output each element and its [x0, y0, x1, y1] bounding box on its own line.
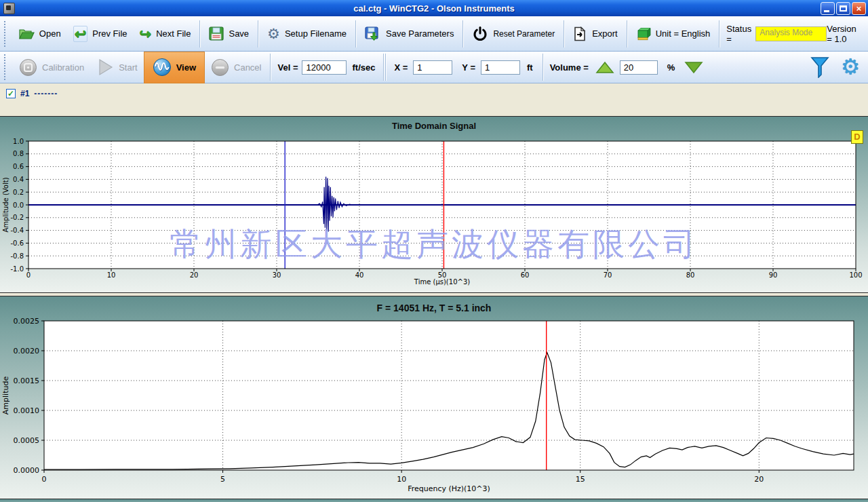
channel-legend-dashes: ------- — [34, 89, 58, 98]
save-parameters-button[interactable]: Save Parameters — [359, 24, 460, 44]
maximize-button[interactable] — [836, 2, 850, 15]
view-button[interactable]: View — [144, 52, 205, 83]
xy-unit: ft — [520, 62, 540, 73]
toolbar-grip[interactable] — [4, 54, 7, 80]
start-label: Start — [119, 63, 137, 72]
vel-label: Vel = — [273, 62, 302, 73]
svg-text:-0.6: -0.6 — [10, 239, 24, 247]
next-file-icon: ↪ — [140, 27, 152, 41]
next-file-label: Next File — [156, 29, 191, 38]
next-file-button[interactable]: ↪ Next File — [134, 24, 197, 43]
unit-button[interactable]: Unit = English — [630, 24, 717, 43]
titlebar: cal.ctg - WinCTG2 - Olson Instruments × — [0, 0, 868, 16]
app-window: { "window": { "title": "cal.ctg - WinCTG… — [0, 0, 868, 502]
bottom-panel-edge — [0, 499, 868, 502]
open-label: Open — [39, 29, 61, 38]
svg-text:Amplitude (Volt): Amplitude (Volt) — [2, 177, 9, 232]
setup-filename-gear-icon: ⚙ — [267, 27, 280, 41]
svg-text:70: 70 — [604, 271, 612, 279]
time-domain-chart[interactable]: 1.00.80.60.40.20.0-0.2-0.4-0.6-0.8-1.001… — [0, 117, 868, 292]
svg-text:0.6: 0.6 — [13, 163, 24, 170]
settings-gear-icon[interactable]: ⚙ — [841, 57, 860, 77]
svg-text:0: 0 — [42, 475, 47, 484]
svg-text:0.4: 0.4 — [13, 176, 24, 183]
svg-text:0.0005: 0.0005 — [14, 436, 40, 445]
marker-d-button[interactable]: D — [851, 130, 863, 144]
save-button[interactable]: Save — [203, 24, 255, 43]
open-folder-icon — [18, 27, 35, 41]
toolbar-separator — [383, 54, 384, 81]
svg-text:5: 5 — [220, 475, 225, 484]
vel-unit: ft/sec — [347, 62, 380, 73]
export-icon — [573, 26, 587, 41]
svg-text:0.0025: 0.0025 — [14, 317, 40, 326]
minimize-button[interactable] — [821, 2, 835, 15]
svg-text:15: 15 — [576, 475, 585, 484]
frequency-spectrum-panel: F = 14051 Hz, T = 5.1 inch 0.00250.00200… — [0, 296, 868, 499]
svg-text:30: 30 — [273, 271, 281, 279]
toolbar-separator — [385, 54, 386, 81]
volume-input[interactable] — [620, 60, 658, 75]
svg-text:-0.2: -0.2 — [10, 214, 24, 221]
save-label: Save — [229, 29, 249, 38]
svg-text:Time (µs)(10^3): Time (µs)(10^3) — [414, 278, 470, 286]
toolbar-separator — [355, 20, 356, 47]
toolbar-right-icons: ⚙ — [810, 56, 863, 78]
channel-row: ✓ #1 ------- — [6, 89, 58, 98]
volume-unit: % — [663, 62, 679, 73]
x-input[interactable] — [413, 60, 452, 75]
svg-text:0.2: 0.2 — [13, 189, 24, 196]
filter-funnel-icon[interactable] — [810, 56, 830, 78]
svg-text:10: 10 — [107, 271, 116, 279]
window-title: cal.ctg - WinCTG2 - Olson Instruments — [0, 3, 868, 14]
svg-text:-1.0: -1.0 — [10, 265, 24, 273]
save-parameters-icon — [365, 26, 381, 41]
svg-text:90: 90 — [769, 271, 778, 279]
close-button[interactable]: × — [852, 2, 866, 15]
start-button[interactable]: Start — [90, 56, 143, 79]
reset-power-icon — [472, 26, 488, 42]
svg-text:0.0: 0.0 — [13, 201, 24, 209]
x-label: X = — [389, 62, 413, 73]
unit-label: Unit = English — [656, 29, 711, 38]
prev-file-icon: ↩ — [75, 27, 87, 41]
toolbar-separator — [627, 20, 627, 47]
reset-parameter-label: Reset Parameter — [493, 30, 555, 38]
svg-text:Amplitude: Amplitude — [1, 376, 10, 415]
prev-file-label: Prev File — [92, 29, 127, 38]
svg-text:20: 20 — [754, 475, 764, 484]
cancel-label: Cancel — [234, 63, 261, 72]
svg-text:0.0000: 0.0000 — [14, 466, 40, 475]
frequency-spectrum-chart[interactable]: 0.00250.00200.00150.00100.00050.00000510… — [0, 296, 868, 499]
vel-input[interactable] — [302, 60, 347, 75]
y-label: Y = — [452, 62, 481, 73]
toolbar-grip[interactable] — [4, 21, 7, 47]
volume-label: Volume = — [546, 62, 595, 73]
svg-text:0: 0 — [26, 271, 31, 279]
calibration-button[interactable]: Calibration — [13, 56, 90, 79]
svg-text:0.8: 0.8 — [13, 150, 24, 157]
cancel-button[interactable]: Cancel — [205, 56, 267, 79]
volume-up-button[interactable] — [595, 61, 614, 74]
setup-filename-button[interactable]: ⚙ Setup Filename — [261, 24, 353, 43]
channel-checkbox[interactable]: ✓ — [6, 89, 16, 98]
start-play-icon — [96, 58, 114, 76]
svg-text:20: 20 — [190, 271, 199, 279]
time-domain-panel: Time Domain Signal D 1.00.80.60.40.20.0-… — [0, 116, 868, 293]
cancel-icon — [211, 58, 229, 77]
prev-file-button[interactable]: ↩ Prev File — [67, 23, 134, 45]
export-button[interactable]: Export — [567, 24, 624, 44]
y-input[interactable] — [481, 60, 520, 75]
reset-parameter-button[interactable]: Reset Parameter — [466, 23, 561, 45]
toolbar-separator — [542, 54, 543, 81]
toolbar-separator — [199, 20, 200, 47]
volume-down-button[interactable] — [684, 61, 703, 74]
status-label: Status = — [722, 24, 755, 44]
app-icon — [3, 3, 15, 14]
svg-text:-0.4: -0.4 — [10, 227, 24, 234]
frequency-spectrum-title: F = 14051 Hz, T = 5.1 inch — [0, 303, 868, 313]
setup-filename-label: Setup Filename — [285, 29, 347, 38]
open-button[interactable]: Open — [12, 24, 67, 43]
svg-text:0.0015: 0.0015 — [14, 376, 40, 385]
svg-text:0.0010: 0.0010 — [14, 406, 40, 415]
